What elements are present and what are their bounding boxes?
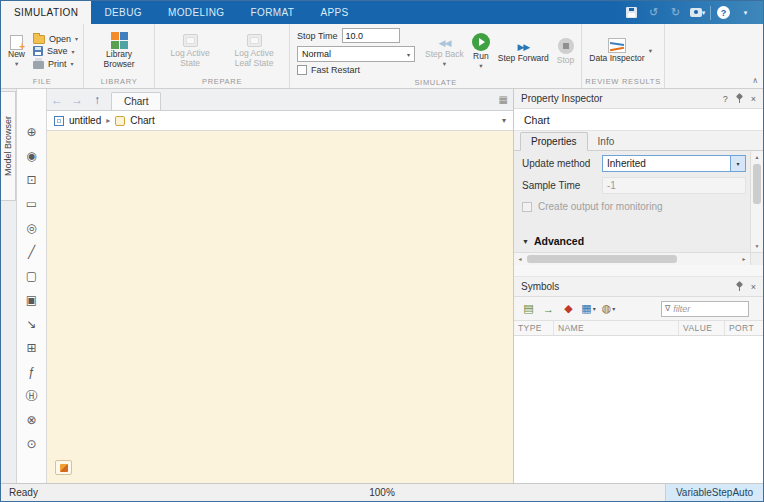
viewmarks-icon[interactable]: ▦	[499, 89, 513, 110]
advanced-section-toggle[interactable]: ▼ Advanced	[514, 232, 584, 250]
fit-to-view-icon[interactable]: ⊡	[20, 169, 44, 191]
toolstrip-tab-bar: SIMULATION DEBUG MODELING FORMAT APPS ↺ …	[1, 1, 763, 24]
qat-options-icon[interactable]: ▾	[736, 4, 755, 21]
symbols-pin-icon[interactable]	[735, 281, 744, 292]
matlab-function-icon[interactable]: ƒ	[20, 361, 44, 383]
panel-gap	[514, 265, 763, 277]
history-junction-icon[interactable]: Ⓗ	[20, 385, 44, 407]
zoom-in-icon[interactable]: ◉	[20, 145, 44, 167]
redo-icon[interactable]: ↻	[666, 4, 685, 21]
open-button[interactable]: Open ▾	[31, 33, 80, 44]
column-header-value[interactable]: VALUE	[679, 321, 725, 335]
quick-access-toolbar: ↺ ↻ ▾ ? ▾	[614, 1, 763, 24]
tab-apps[interactable]: APPS	[307, 1, 361, 24]
status-solver[interactable]: VariableStepAuto	[665, 484, 763, 501]
log-active-leaf-state-button[interactable]: Log Active Leaf State	[222, 26, 286, 76]
step-back-caret-icon: ▾	[443, 61, 446, 68]
chart-badge-icon[interactable]	[55, 460, 72, 475]
navigate-up-icon[interactable]: ↑	[87, 89, 107, 110]
new-button[interactable]: New ▾	[4, 26, 29, 76]
symbols-close-icon[interactable]: ×	[751, 282, 756, 292]
minimize-toolstrip-icon[interactable]: ∧	[752, 77, 758, 85]
vertical-scroll-thumb[interactable]	[753, 164, 761, 204]
add-input-data-icon[interactable]: →	[540, 300, 557, 317]
view-options-icon[interactable]: ▦▾	[580, 300, 597, 317]
panel-help-icon[interactable]: ?	[723, 94, 728, 104]
explore-tool-icon[interactable]: ⊕	[20, 121, 44, 143]
undo-icon[interactable]: ↺	[644, 4, 663, 21]
tab-properties[interactable]: Properties	[520, 132, 588, 151]
tab-simulation[interactable]: SIMULATION	[1, 1, 91, 24]
filter-funnel-icon: ∇	[665, 304, 670, 313]
add-data-icon[interactable]: ▤	[520, 300, 537, 317]
run-button[interactable]: Run ▾	[468, 26, 494, 77]
document-tab-chart[interactable]: Chart	[111, 92, 161, 110]
box-icon[interactable]: ▣	[20, 289, 44, 311]
open-label: Open	[49, 34, 71, 44]
section-library: Library Browser LIBRARY	[84, 24, 155, 88]
stop-time-input[interactable]	[342, 28, 400, 43]
properties-vertical-scrollbar[interactable]: ▲ ▼	[750, 151, 763, 252]
pin-icon[interactable]	[735, 93, 744, 104]
print-button[interactable]: Print ▾	[31, 58, 80, 69]
update-method-select[interactable]: Inherited ▾	[602, 155, 746, 172]
junction-icon[interactable]: ⊙	[20, 433, 44, 455]
scroll-left-icon[interactable]: ◄	[514, 253, 526, 265]
stop-button[interactable]: Stop	[553, 26, 579, 77]
model-browser-tab[interactable]: Model Browser	[1, 91, 16, 201]
breadcrumb-root[interactable]: untitled	[69, 115, 101, 126]
column-header-type[interactable]: TYPE	[514, 321, 554, 335]
sample-time-field[interactable]: -1	[602, 177, 746, 194]
tab-format[interactable]: FORMAT	[238, 1, 308, 24]
simulation-mode-select[interactable]: Normal ▾	[297, 46, 415, 62]
tab-info[interactable]: Info	[588, 133, 625, 150]
help-icon[interactable]: ?	[714, 4, 733, 21]
navigate-back-icon[interactable]: ←	[47, 89, 67, 110]
screen-capture-icon[interactable]: ▾	[688, 4, 707, 21]
exclusion-icon[interactable]: ⊗	[20, 409, 44, 431]
breadcrumb-caret-icon[interactable]: ▾	[502, 116, 506, 125]
breadcrumb-current[interactable]: Chart	[130, 115, 154, 126]
transition-icon[interactable]: ↘	[20, 313, 44, 335]
tab-debug[interactable]: DEBUG	[91, 1, 155, 24]
scroll-up-icon[interactable]: ▲	[751, 151, 763, 163]
state-icon[interactable]: ▢	[20, 265, 44, 287]
navigate-forward-icon[interactable]: →	[67, 89, 87, 110]
name-column-label: NAME	[558, 323, 584, 333]
pencil-icon[interactable]: ╱	[20, 241, 44, 263]
fast-restart-checkbox[interactable]	[297, 65, 307, 75]
spotlight-icon[interactable]: ◎	[20, 217, 44, 239]
log-active-state-button[interactable]: Log Active State	[158, 26, 222, 76]
save-icon[interactable]	[622, 4, 641, 21]
add-event-icon[interactable]: ◆	[560, 300, 577, 317]
fast-restart-row: Fast Restart	[297, 65, 417, 75]
viewmarks-glyph: ▦	[499, 94, 508, 105]
close-panel-icon[interactable]: ×	[751, 94, 756, 104]
scroll-down-icon[interactable]: ▼	[751, 240, 763, 252]
truth-table-icon[interactable]: ⊞	[20, 337, 44, 359]
tab-modeling[interactable]: MODELING	[155, 1, 238, 24]
symbols-filter-input[interactable]	[673, 304, 745, 314]
horizontal-scroll-thumb[interactable]	[527, 255, 677, 263]
column-header-port[interactable]: PORT	[725, 321, 763, 335]
properties-horizontal-scrollbar[interactable]: ◄ ►	[514, 252, 750, 265]
symbols-table-body[interactable]	[514, 336, 763, 483]
step-back-button[interactable]: ◀◀ Step Back ▾	[421, 26, 468, 77]
model-browser-label: Model Browser	[3, 116, 13, 176]
help-glyph: ?	[717, 6, 730, 19]
annotation-icon[interactable]: ▭	[20, 193, 44, 215]
data-inspector-button[interactable]: Data Inspector	[585, 37, 648, 65]
symbols-settings-icon[interactable]: ◍▾	[600, 300, 617, 317]
chart-canvas[interactable]	[47, 131, 513, 483]
scroll-right-icon[interactable]: ►	[738, 253, 750, 265]
save-button[interactable]: Save ▾	[31, 46, 80, 56]
close-glyph: ×	[751, 94, 756, 104]
monitoring-checkbox[interactable]	[522, 202, 532, 212]
open-caret-icon: ▾	[75, 35, 78, 42]
data-inspector-caret-icon[interactable]: ▾	[649, 48, 652, 55]
library-browser-button[interactable]: Library Browser	[87, 26, 151, 76]
step-forward-button[interactable]: ▶▶ Step Forward	[494, 26, 553, 77]
column-header-name[interactable]: NAME	[554, 321, 679, 335]
file-items: New ▾ Open ▾ Save ▾	[4, 26, 80, 76]
spotlight-glyph: ◎	[26, 221, 36, 235]
